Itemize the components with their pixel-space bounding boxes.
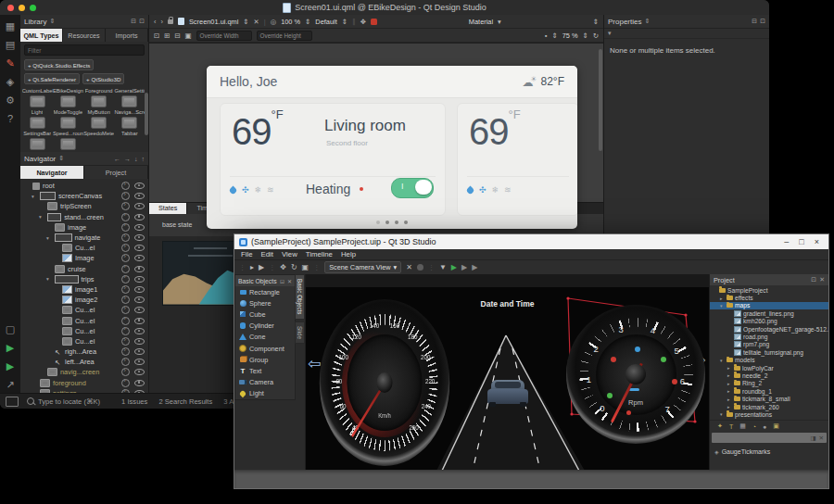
visibility-eye-icon[interactable] <box>134 255 145 261</box>
library-component[interactable]: Speed...round <box>53 117 82 136</box>
move-tool-icon[interactable]: ✥ <box>360 18 366 26</box>
navigator-dropdown-icon[interactable]: ⇕ <box>58 155 64 162</box>
air-icon[interactable]: ≋ <box>267 185 274 195</box>
properties-dropdown-icon[interactable]: ⇕ <box>644 18 650 25</box>
add-effect-icon[interactable]: ▣ <box>773 422 779 430</box>
add-behavior-icon[interactable]: ● <box>763 423 766 430</box>
car-model[interactable] <box>487 380 528 408</box>
camera-view-dropdown[interactable]: Scene Camera View ▾ <box>324 261 401 273</box>
canvas-zoom-down-icon[interactable]: ⇕ <box>552 32 558 40</box>
target-icon[interactable]: ◎ <box>271 18 276 26</box>
rpm-gauge[interactable]: 01234567 Rpm <box>566 305 705 444</box>
library-component[interactable]: Foreground <box>84 88 114 94</box>
speedometer-gauge[interactable]: 406080100120140160180200220240260 Km/h <box>320 299 449 466</box>
visibility-eye-icon[interactable] <box>134 203 145 209</box>
export-icon[interactable] <box>121 223 130 232</box>
close-panel-icon[interactable]: ✕ <box>819 276 825 284</box>
project-tree-item[interactable]: ▸ lowPolyCar <box>710 364 828 372</box>
base-state-item[interactable]: base state <box>162 221 192 228</box>
forward-icon[interactable]: › <box>160 18 162 26</box>
navigator-tree-item[interactable]: righ...Area <box>20 346 148 357</box>
pin-panel-icon[interactable]: ⊡ <box>280 278 284 284</box>
navigator-tree-item[interactable]: Cu...el <box>20 315 148 325</box>
timeline-filter-input[interactable]: ◨ ✕ <box>712 433 827 443</box>
visibility-eye-icon[interactable] <box>134 307 145 313</box>
cooling-icon[interactable]: ❄ <box>492 185 499 195</box>
canvas-zoom-level[interactable]: 75 % <box>562 32 578 40</box>
run-icon[interactable] <box>0 342 20 353</box>
project-tree-item[interactable]: telltale_turnsignal.png <box>710 348 828 356</box>
visibility-eye-icon[interactable] <box>134 234 145 241</box>
navigator-tree-item[interactable]: Cu...el <box>20 326 148 336</box>
split-panel-icon[interactable]: ⊟ <box>752 18 757 25</box>
state-selector[interactable]: Default <box>315 18 336 26</box>
visibility-eye-icon[interactable] <box>134 193 145 199</box>
canvas-scrollbar[interactable] <box>599 49 602 151</box>
visibility-eye-icon[interactable] <box>134 276 145 283</box>
library-component[interactable]: MyButton <box>84 95 114 115</box>
visibility-eye-icon[interactable] <box>134 359 145 365</box>
project-tree-item[interactable]: ▾ models <box>710 357 828 364</box>
navigator-tree-item[interactable]: image1 <box>20 284 148 295</box>
export-icon[interactable] <box>121 275 130 284</box>
rotate-tool-icon[interactable]: ↻ <box>291 263 297 271</box>
project-tree-item[interactable]: gradient_lines.png <box>710 309 828 317</box>
close-panel-icon[interactable]: ✕ <box>287 278 292 284</box>
welcome-mode-icon[interactable] <box>0 20 20 32</box>
basic-object-item[interactable]: Light <box>235 388 295 399</box>
basic-object-item[interactable]: Text <box>235 365 295 376</box>
visibility-eye-icon[interactable] <box>134 286 145 293</box>
design-mode-icon[interactable] <box>0 57 20 69</box>
visibility-eye-icon[interactable] <box>134 214 145 220</box>
library-component[interactable]: SettingsBar <box>22 117 52 136</box>
navigator-tree-item[interactable]: ▾ trips <box>20 274 148 284</box>
navigator-tree-item[interactable]: ▾ screenCanvas <box>20 191 148 201</box>
fan-icon[interactable]: ✣ <box>242 185 249 195</box>
dot[interactable] <box>404 220 408 224</box>
close-icon[interactable] <box>7 5 14 11</box>
visibility-eye-icon[interactable] <box>134 318 145 324</box>
expander-icon[interactable]: ▾ <box>46 235 52 241</box>
project-tree-item[interactable]: ▾ presentations <box>710 410 828 418</box>
expander-icon[interactable]: ▾ <box>46 276 52 282</box>
add-material-icon[interactable]: ◔ <box>752 423 756 430</box>
project-tree-item[interactable]: ▸ roundbg_1 <box>710 387 828 395</box>
minimize-icon[interactable] <box>19 5 25 11</box>
split-panel-icon[interactable]: ⊟ <box>131 18 136 25</box>
overflow-caret-icon[interactable]: ▾ <box>608 30 612 37</box>
basic-object-item[interactable]: Cylinder <box>235 321 295 332</box>
scene-viewport[interactable]: Date and Time ⇦ ⇨ 4060801001201401601802… <box>306 274 709 471</box>
visibility-eye-icon[interactable] <box>134 266 145 272</box>
export-icon[interactable] <box>121 327 130 335</box>
navigator-tree-item[interactable]: Cu...el <box>20 336 148 346</box>
menu-item[interactable]: File <box>241 250 253 258</box>
dot[interactable] <box>376 220 380 224</box>
fast-forward-icon[interactable]: ▶ <box>472 263 477 271</box>
minimize-icon[interactable]: – <box>784 237 789 246</box>
visibility-eye-icon[interactable] <box>134 296 145 303</box>
visibility-eye-icon[interactable] <box>134 183 145 189</box>
expander-icon[interactable]: ▸ <box>727 397 732 402</box>
export-icon[interactable] <box>121 202 130 210</box>
menu-item[interactable]: Timeline <box>306 250 333 258</box>
kit-selector-icon[interactable] <box>0 379 20 390</box>
move-up-icon[interactable]: ↑ <box>142 156 145 162</box>
library-scrollbar[interactable] <box>145 93 148 135</box>
visibility-eye-icon[interactable] <box>134 328 145 334</box>
navigator-tree-item[interactable]: Image <box>20 253 148 263</box>
export-icon[interactable] <box>121 182 130 190</box>
maximize-icon[interactable]: □ <box>799 237 803 246</box>
run-debug-icon[interactable] <box>0 360 20 372</box>
side-tab[interactable]: Basic Objects <box>295 274 305 320</box>
export-icon[interactable] <box>121 265 130 273</box>
visibility-eye-icon[interactable] <box>134 380 145 386</box>
library-tab[interactable]: QML Types <box>20 29 63 42</box>
move-down-icon[interactable]: ↓ <box>134 156 138 162</box>
second-room-card[interactable]: 69°F ✣ ❄ ≋ <box>457 103 577 216</box>
menu-item[interactable]: View <box>282 250 297 258</box>
pin-panel-icon[interactable]: ⊡ <box>811 276 816 284</box>
navigator-tree-item[interactable]: ▾ navigate <box>20 233 148 243</box>
dot[interactable] <box>385 220 389 224</box>
toolbar-overflow-icon[interactable]: ⇕ <box>593 18 599 26</box>
basic-object-item[interactable]: Cube <box>235 309 295 320</box>
